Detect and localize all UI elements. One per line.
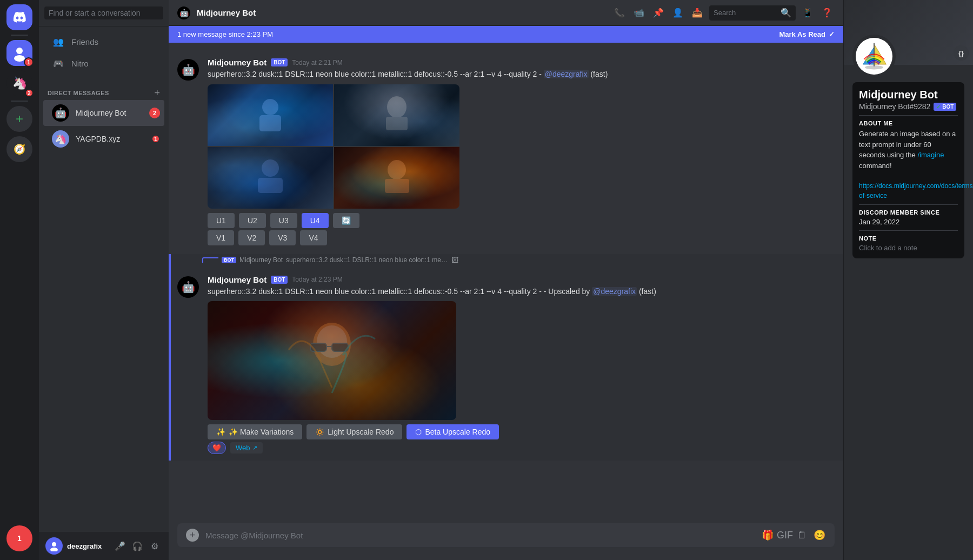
reply-line (202, 257, 218, 263)
light-icon: 🔅 (315, 428, 324, 436)
message-timestamp-1: Today at 2:21 PM (292, 59, 342, 66)
svg-rect-11 (385, 179, 409, 193)
heart-reaction[interactable]: ❤️ (208, 442, 226, 454)
gift-button[interactable]: 🎁 (761, 529, 774, 542)
user-panel-actions: 🎤 🎧 ⚙ (112, 538, 162, 554)
imagine-command: /imagine (917, 151, 944, 159)
direct-messages-title: DIRECT MESSAGES (48, 90, 109, 96)
bot-avatar-2: 🤖 (177, 276, 199, 298)
action-buttons-3: ✨ ✨ Make Variations 🔅 Light Upscale Redo… (208, 424, 835, 439)
explore-servers-button[interactable]: 🧭 (6, 136, 32, 162)
help-button[interactable]: ❓ (819, 5, 835, 21)
v3-button[interactable]: V3 (269, 230, 296, 245)
sidebar-item-nitro[interactable]: 🎮 Nitro (43, 52, 164, 74)
message-input-actions: 🎁 GIF 🗒 😊 (761, 529, 826, 542)
add-server-button[interactable]: + (6, 106, 32, 132)
channel-header: 🤖 Midjourney Bot 📞 📹 📌 👤 📥 🔍 📱 ❓ (169, 0, 843, 26)
note-input[interactable]: Click to add a note (859, 244, 958, 252)
web-link-button[interactable]: Web ↗ (230, 442, 263, 454)
svg-rect-9 (258, 178, 283, 193)
profile-code-button[interactable]: {} (954, 45, 969, 61)
mark-as-read-label: Mark As Read (779, 30, 826, 38)
u3-button[interactable]: U3 (270, 213, 297, 228)
svg-point-13 (317, 325, 347, 358)
new-dm-button[interactable]: + (154, 88, 160, 98)
messages-area[interactable]: 🤖 Midjourney Bot BOT Today at 2:21 PM su… (169, 43, 843, 523)
dm-item-midjourney[interactable]: 🤖 Midjourney Bot 2 2 (43, 100, 164, 126)
server-badge-2: 2 (25, 89, 34, 97)
deafen-button[interactable]: 🎧 (130, 538, 145, 554)
message-timestamp-2: Today at 2:23 PM (292, 276, 342, 283)
video-button[interactable]: 📹 (631, 5, 647, 21)
sidebar-item-friends[interactable]: 👥 Friends (43, 31, 164, 52)
heart-icon: ❤️ (212, 444, 221, 452)
svg-point-22 (865, 65, 883, 70)
server-discord[interactable] (6, 4, 32, 30)
reply-reference: BOT Midjourney Bot superhero::3.2 dusk::… (177, 256, 835, 264)
midjourney-avatar: 🤖 (52, 104, 69, 122)
add-attachment-button[interactable]: + (186, 529, 199, 542)
refresh-button[interactable]: 🔄 (333, 213, 359, 228)
message-row-2: 🤖 Midjourney Bot BOT Today at 2:23 PM su… (177, 275, 835, 455)
profile-divider-1 (859, 115, 958, 116)
v1-button[interactable]: V1 (208, 230, 234, 245)
message-body-2: Midjourney Bot BOT Today at 2:23 PM supe… (208, 275, 835, 455)
server-separator (11, 35, 28, 36)
mute-button[interactable]: 🎤 (112, 538, 128, 554)
note-title: NOTE (859, 235, 958, 242)
main-content: 🤖 Midjourney Bot 📞 📹 📌 👤 📥 🔍 📱 ❓ 1 new m… (169, 0, 843, 560)
search-icon: 🔍 (781, 8, 791, 18)
svg-point-3 (50, 548, 58, 551)
search-input[interactable] (44, 6, 163, 19)
svg-point-8 (262, 159, 279, 177)
settings-button[interactable]: ⚙ (147, 538, 162, 554)
inbox-2-button[interactable]: 📱 (800, 5, 815, 21)
about-me-title: ABOUT ME (859, 120, 958, 126)
u2-button[interactable]: U2 (239, 213, 266, 228)
action-buttons-2: V1 V2 V3 V4 (208, 230, 835, 245)
profile-display-name: Midjourney Bot (859, 89, 958, 101)
pin-button[interactable]: 📌 (651, 5, 666, 21)
profile-name-section: Midjourney Bot Midjourney Bot#9282 ✓ BOT… (852, 82, 964, 258)
beta-upscale-redo-button[interactable]: ⬡ Beta Upscale Redo (406, 424, 499, 439)
channel-search-input[interactable] (714, 9, 776, 17)
reply-bot-badge: BOT (222, 257, 236, 263)
bot-badge-2: BOT (271, 276, 288, 284)
server-user-avatar[interactable]: 1 (6, 40, 32, 66)
u4-button[interactable]: U4 (302, 213, 329, 228)
message-input[interactable] (205, 531, 755, 540)
server-notification-1[interactable]: 1 (6, 525, 32, 551)
bot-avatar-1: 🤖 (177, 59, 199, 81)
v4-button[interactable]: V4 (300, 230, 326, 245)
inbox-button[interactable]: 📥 (690, 5, 705, 21)
message-body-1: Midjourney Bot BOT Today at 2:21 PM supe… (208, 58, 835, 248)
new-message-banner: 1 new message since 2:23 PM Mark As Read… (169, 26, 843, 43)
image-icon: 🖼 (451, 256, 458, 264)
u1-button[interactable]: U1 (208, 213, 235, 228)
emoji-button[interactable]: 😊 (813, 529, 826, 542)
server-badge-1: 1 (24, 57, 34, 67)
svg-rect-14 (278, 361, 386, 404)
make-variations-button[interactable]: ✨ ✨ Make Variations (208, 424, 302, 439)
bot-badge-1: BOT (271, 58, 288, 66)
beta-upscale-label: Beta Upscale Redo (425, 428, 490, 436)
mark-as-read-button[interactable]: Mark As Read ✓ (779, 30, 835, 38)
server-unicorn[interactable]: 🦄 2 (6, 70, 32, 96)
profile-body: Midjourney Bot Midjourney Bot#9282 ✓ BOT… (844, 65, 973, 267)
light-upscale-redo-button[interactable]: 🔅 Light Upscale Redo (306, 424, 402, 439)
sticker-button[interactable]: 🗒 (796, 529, 809, 542)
dm-sidebar: 👥 Friends 🎮 Nitro DIRECT MESSAGES + 🤖 Mi… (39, 0, 169, 560)
tos-link[interactable]: https://docs.midjourney.com/docs/terms-o… (859, 182, 973, 199)
svg-point-0 (16, 48, 23, 54)
v2-button[interactable]: V2 (238, 230, 265, 245)
profile-actions: {} (954, 45, 969, 61)
grid-image-4 (334, 147, 459, 209)
dm-item-yagpdb[interactable]: 🦄 YAGPDB.xyz 1 (43, 126, 164, 152)
single-image[interactable] (208, 301, 456, 420)
profile-divider-2 (859, 204, 958, 205)
add-friend-button[interactable]: 👤 (670, 5, 685, 21)
gif-button[interactable]: GIF (778, 529, 791, 542)
friends-label: Friends (71, 37, 98, 46)
phone-button[interactable]: 📞 (612, 5, 627, 21)
make-variations-label: ✨ Make Variations (229, 428, 294, 436)
